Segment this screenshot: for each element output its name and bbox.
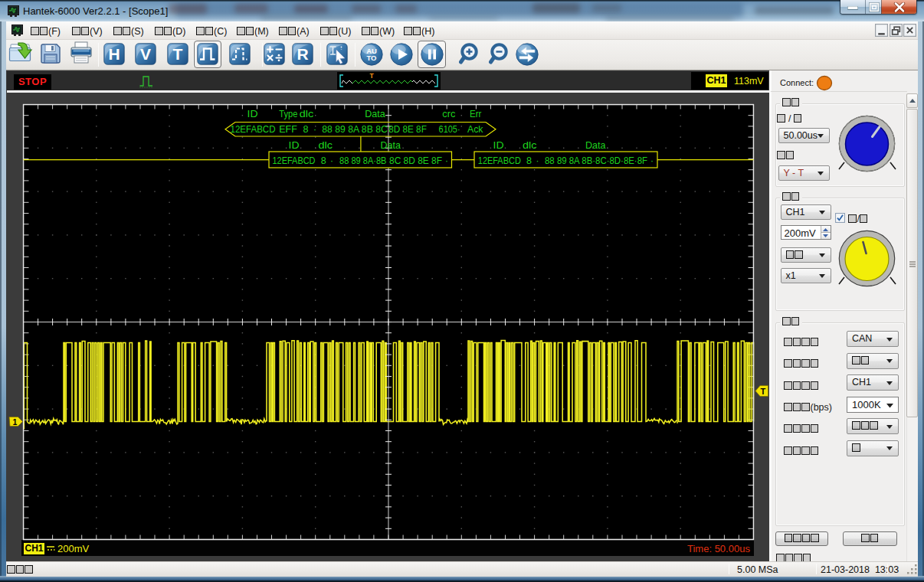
svg-text:ID: ID	[247, 109, 258, 119]
svg-text:12EFABCD: 12EFABCD	[231, 124, 276, 135]
svg-text:Data: Data	[381, 140, 401, 151]
svg-text:T: T	[761, 387, 766, 396]
svg-text:88 89 8A 8B 8C: 88 89 8A 8B 8C	[322, 124, 388, 135]
svg-text:1: 1	[13, 417, 18, 427]
svg-text:6105·: 6105·	[439, 124, 460, 135]
svg-text:8D 8E 8F: 8D 8E 8F	[388, 124, 427, 135]
svg-text:12EFABCD: 12EFABCD	[273, 155, 316, 166]
svg-text:·: ·	[536, 155, 539, 166]
svg-text:ID: ID	[493, 140, 504, 151]
svg-text:8: 8	[526, 155, 532, 166]
svg-text:crc: crc	[442, 109, 455, 119]
svg-text:·: ·	[445, 155, 448, 166]
svg-text:Err: Err	[470, 109, 482, 119]
svg-text:·: ·	[313, 124, 316, 135]
svg-text:12EFABCD: 12EFABCD	[478, 155, 521, 166]
svg-text:Data: Data	[585, 140, 606, 151]
svg-text:dlc: dlc	[300, 109, 314, 119]
svg-text:8C 8D 8E 8F: 8C 8D 8E 8F	[389, 155, 442, 166]
svg-text:88 89 8A·8B: 88 89 8A·8B	[339, 155, 387, 166]
svg-text:8: 8	[303, 124, 308, 135]
svg-text:Ack: Ack	[467, 124, 483, 135]
svg-text:Type: Type	[279, 109, 297, 119]
svg-text:·: ·	[330, 155, 333, 166]
svg-text:ID: ID	[289, 140, 300, 151]
svg-text:EFF: EFF	[279, 124, 297, 135]
svg-text:dlc: dlc	[523, 140, 537, 151]
svg-text:8: 8	[321, 155, 326, 166]
svg-text:·: ·	[650, 155, 654, 166]
svg-text:dlc: dlc	[319, 140, 333, 151]
svg-text:Data: Data	[365, 109, 385, 119]
svg-text:88 89 8A 8B·8C·8D·8E·8F: 88 89 8A 8B·8C·8D·8E·8F	[545, 155, 647, 166]
